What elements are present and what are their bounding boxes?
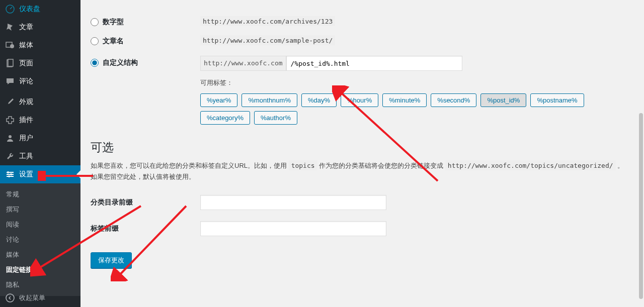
category-base-label: 分类目录前缀	[91, 198, 200, 207]
tag-year[interactable]: %year%	[200, 93, 237, 107]
submenu-writing[interactable]: 撰写	[0, 202, 80, 217]
admin-sidebar: 仪表盘 文章 媒体 页面 评论 外观 插件 用户	[0, 0, 80, 307]
sidebar-label: 外观	[19, 97, 33, 107]
tag-second[interactable]: %second%	[431, 93, 476, 107]
tag-monthnum[interactable]: %monthnum%	[242, 93, 297, 107]
submenu-permalinks[interactable]: 固定链接	[0, 262, 80, 277]
inline-code: topics	[289, 160, 317, 170]
svg-rect-4	[8, 59, 13, 66]
example-code: http://www.xoofc.com/archives/123	[200, 16, 335, 26]
radio-label: 文章名	[103, 37, 124, 46]
radio-label: 自定义结构	[103, 58, 138, 67]
main-content: 数字型 http://www.xoofc.com/archives/123 文章…	[80, 0, 638, 307]
example-code: http://www.xoofc.com/sample-post/	[200, 35, 335, 45]
sidebar-label: 媒体	[19, 41, 33, 50]
svg-rect-8	[7, 176, 14, 177]
sidebar-label: 设置	[19, 170, 33, 179]
tag-day[interactable]: %day%	[301, 93, 337, 107]
comment-icon	[5, 76, 15, 86]
plugin-icon	[5, 115, 15, 125]
pin-icon	[5, 22, 15, 32]
tag-postid[interactable]: %post_id%	[480, 93, 526, 107]
sidebar-item-tools[interactable]: 工具	[0, 147, 80, 165]
collapse-menu[interactable]: 收起菜单	[0, 289, 80, 307]
permalink-option-postname: 文章名 http://www.xoofc.com/sample-post/	[91, 37, 628, 46]
svg-rect-10	[11, 173, 12, 175]
sidebar-item-settings[interactable]: 设置	[0, 165, 80, 183]
settings-icon	[5, 169, 15, 179]
sidebar-label: 工具	[19, 152, 33, 161]
svg-point-12	[6, 294, 14, 302]
radio-numeric[interactable]	[91, 18, 99, 26]
radio-custom[interactable]	[91, 59, 99, 67]
sidebar-item-plugins[interactable]: 插件	[0, 111, 80, 129]
sidebar-label: 文章	[19, 23, 33, 32]
collapse-label: 收起菜单	[19, 293, 45, 302]
permalink-option-custom: 自定义结构 http://www.xoofc.com 可用标签： %year% …	[91, 56, 628, 125]
sidebar-label: 插件	[19, 116, 33, 125]
submenu-discussion[interactable]: 讨论	[0, 232, 80, 247]
save-button[interactable]: 保存更改	[91, 252, 132, 268]
inline-code: http://www.xoofc.com/topics/uncategorize…	[445, 160, 616, 170]
optional-description: 如果您喜欢，您可以在此给您的分类和标签自定义URL。比如，使用 topics 作…	[91, 160, 628, 182]
sidebar-item-appearance[interactable]: 外观	[0, 93, 80, 111]
dashboard-icon	[5, 4, 15, 14]
media-icon	[5, 40, 15, 50]
tag-minute[interactable]: %minute%	[382, 93, 427, 107]
scrollbar-thumb[interactable]	[639, 113, 643, 299]
sidebar-item-users[interactable]: 用户	[0, 129, 80, 147]
sidebar-item-posts[interactable]: 文章	[0, 18, 80, 36]
settings-submenu: 常规 撰写 阅读 讨论 媒体 固定链接 隐私	[0, 183, 80, 296]
submenu-reading[interactable]: 阅读	[0, 217, 80, 232]
radio-postname[interactable]	[91, 37, 99, 45]
category-base-input[interactable]	[200, 195, 386, 210]
available-tags: %year% %monthnum% %day% %hour% %minute% …	[200, 93, 628, 125]
sidebar-item-media[interactable]: 媒体	[0, 36, 80, 54]
optional-heading: 可选	[91, 140, 628, 155]
tag-category[interactable]: %category%	[200, 111, 250, 125]
sidebar-item-dashboard[interactable]: 仪表盘	[0, 0, 80, 18]
users-icon	[5, 133, 15, 143]
submenu-media[interactable]: 媒体	[0, 247, 80, 262]
sidebar-item-pages[interactable]: 页面	[0, 54, 80, 72]
scrollbar[interactable]	[638, 0, 644, 307]
tools-icon	[5, 151, 15, 161]
base-url-display: http://www.xoofc.com	[200, 56, 286, 71]
tag-base-row: 标签前缀	[91, 221, 628, 236]
svg-point-5	[9, 135, 12, 138]
sidebar-label: 用户	[19, 134, 33, 143]
permalink-option-numeric: 数字型 http://www.xoofc.com/archives/123	[91, 18, 628, 27]
submenu-general[interactable]: 常规	[0, 187, 80, 202]
tag-base-input[interactable]	[200, 221, 386, 236]
sidebar-label: 页面	[19, 59, 33, 68]
custom-structure-input[interactable]	[286, 56, 462, 71]
sidebar-label: 仪表盘	[19, 5, 40, 14]
svg-rect-7	[7, 174, 14, 175]
category-base-row: 分类目录前缀	[91, 195, 628, 210]
tags-label: 可用标签：	[200, 78, 628, 87]
svg-rect-11	[9, 175, 10, 177]
tag-author[interactable]: %author%	[254, 111, 297, 125]
tag-postname[interactable]: %postname%	[530, 93, 584, 107]
brush-icon	[5, 97, 15, 107]
collapse-icon	[5, 293, 15, 303]
tag-hour[interactable]: %hour%	[341, 93, 378, 107]
svg-point-2	[10, 44, 14, 48]
sidebar-label: 评论	[19, 77, 33, 86]
radio-label: 数字型	[103, 18, 124, 27]
svg-rect-9	[8, 171, 9, 173]
page-icon	[5, 58, 15, 68]
sidebar-item-comments[interactable]: 评论	[0, 72, 80, 90]
tag-base-label: 标签前缀	[91, 224, 200, 233]
